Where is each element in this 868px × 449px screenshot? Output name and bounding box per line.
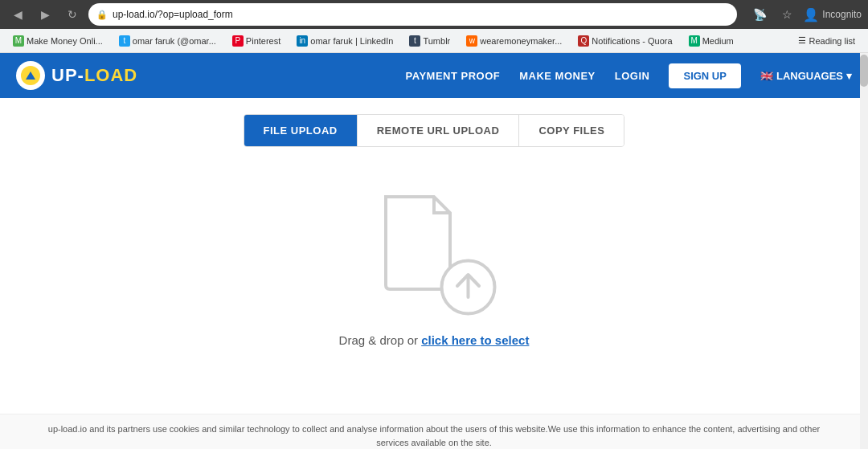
nav-links: PAYMENT PROOF MAKE MONEY LOGIN SIGN UP 🇬…: [405, 63, 852, 88]
reading-list[interactable]: ☰ Reading list: [792, 34, 862, 47]
refresh-button[interactable]: ↻: [61, 3, 84, 26]
bookmark-twitter[interactable]: t omar faruk (@omar...: [113, 34, 223, 48]
chevron-down-icon: ▾: [846, 70, 852, 82]
bookmark-label: omar faruk | LinkedIn: [310, 36, 393, 46]
bookmark-favicon: Q: [578, 35, 589, 47]
bookmark-medium[interactable]: M Medium: [682, 34, 740, 48]
address-bar[interactable]: 🔒 up-load.io/?op=upload_form: [88, 3, 737, 26]
bookmark-tumblr[interactable]: t Tumblr: [403, 34, 457, 48]
logo-icon: [16, 61, 45, 90]
bookmark-favicon: t: [119, 35, 130, 47]
bookmark-favicon: t: [409, 35, 420, 47]
browser-toolbar: ◀ ▶ ↻ 🔒 up-load.io/?op=upload_form 📡 ☆ 👤…: [0, 0, 868, 29]
nav-signup-button[interactable]: SIGN UP: [669, 63, 740, 88]
bookmarks-bar: M Make Money Onli... t omar faruk (@omar…: [0, 29, 868, 53]
tab-file-upload[interactable]: FILE UPLOAD: [244, 115, 358, 146]
scrollbar[interactable]: [860, 53, 868, 449]
lock-icon: 🔒: [96, 10, 108, 20]
nav-payment-proof[interactable]: PAYMENT PROOF: [405, 70, 500, 82]
bookmark-linkedin[interactable]: in omar faruk | LinkedIn: [290, 34, 399, 48]
site-wrapper: UP-LOAD PAYMENT PROOF MAKE MONEY LOGIN S…: [0, 53, 868, 449]
reading-list-icon: ☰: [798, 35, 806, 46]
incognito-indicator: 👤 Incognito: [803, 7, 862, 22]
site-nav: UP-LOAD PAYMENT PROOF MAKE MONEY LOGIN S…: [0, 53, 868, 98]
nav-languages[interactable]: 🇬🇧 LANGUAGES ▾: [760, 70, 852, 82]
upload-tabs: FILE UPLOAD REMOTE URL UPLOAD COPY FILES: [244, 114, 625, 147]
logo-icon-inner: [21, 66, 40, 85]
bookmark-favicon: M: [13, 35, 24, 47]
browser-right-icons: 📡 ☆ 👤 Incognito: [748, 3, 862, 26]
logo-arrow: [26, 71, 35, 80]
bookmark-quora[interactable]: Q Notifications - Quora: [571, 34, 678, 48]
bookmark-label: Pinterest: [246, 36, 280, 46]
bookmark-label: Medium: [702, 36, 734, 46]
bookmark-make-money[interactable]: M Make Money Onli...: [6, 34, 109, 48]
tab-remote-url-upload[interactable]: REMOTE URL UPLOAD: [358, 115, 520, 146]
select-files-link[interactable]: click here to select: [421, 333, 529, 347]
cast-icon[interactable]: 📡: [748, 3, 771, 26]
forward-button[interactable]: ▶: [34, 3, 56, 26]
incognito-avatar: 👤: [803, 7, 819, 22]
bookmark-label: wearemoneymaker...: [480, 36, 562, 46]
drag-drop-text: Drag & drop or click here to select: [339, 333, 530, 347]
nav-make-money[interactable]: MAKE MONEY: [519, 70, 596, 82]
browser-chrome: ◀ ▶ ↻ 🔒 up-load.io/?op=upload_form 📡 ☆ 👤…: [0, 0, 868, 53]
logo-text-part1: UP-: [51, 65, 84, 85]
nav-login[interactable]: LOGIN: [615, 70, 650, 82]
bookmark-label: Make Money Onli...: [27, 36, 103, 46]
bookmark-pinterest[interactable]: P Pinterest: [226, 34, 287, 48]
bookmark-label: omar faruk (@omar...: [133, 36, 216, 46]
languages-label: LANGUAGES: [776, 70, 843, 82]
star-icon[interactable]: ☆: [776, 3, 798, 26]
bookmark-favicon: M: [689, 35, 700, 47]
logo-text: UP-LOAD: [51, 65, 137, 86]
bookmark-favicon: in: [297, 35, 308, 47]
upload-area[interactable]: Drag & drop or click here to select: [161, 163, 707, 372]
reading-list-label: Reading list: [809, 36, 855, 46]
bookmark-favicon: P: [232, 35, 244, 47]
incognito-label: Incognito: [822, 9, 862, 20]
cookie-bar: up-load.io and its partners use cookies …: [0, 414, 868, 449]
site-logo: UP-LOAD: [16, 61, 137, 90]
back-button[interactable]: ◀: [6, 3, 29, 26]
bookmark-favicon: w: [466, 35, 477, 47]
flag-icon: 🇬🇧: [760, 70, 773, 82]
drag-drop-label: Drag & drop or: [339, 333, 418, 347]
main-content: FILE UPLOAD REMOTE URL UPLOAD COPY FILES: [0, 98, 868, 388]
cookie-text: up-load.io and its partners use cookies …: [48, 424, 820, 447]
bookmark-label: Notifications - Quora: [592, 36, 672, 46]
logo-text-part2: LOAD: [84, 65, 137, 85]
upload-illustration: [370, 189, 498, 317]
upload-circle-icon: [438, 257, 498, 317]
address-text: up-load.io/?op=upload_form: [113, 9, 729, 20]
tab-copy-files[interactable]: COPY FILES: [519, 115, 624, 146]
bookmark-weare[interactable]: w wearemoneymaker...: [460, 34, 568, 48]
scrollbar-thumb[interactable]: [860, 55, 868, 87]
bookmark-label: Tumblr: [423, 36, 450, 46]
